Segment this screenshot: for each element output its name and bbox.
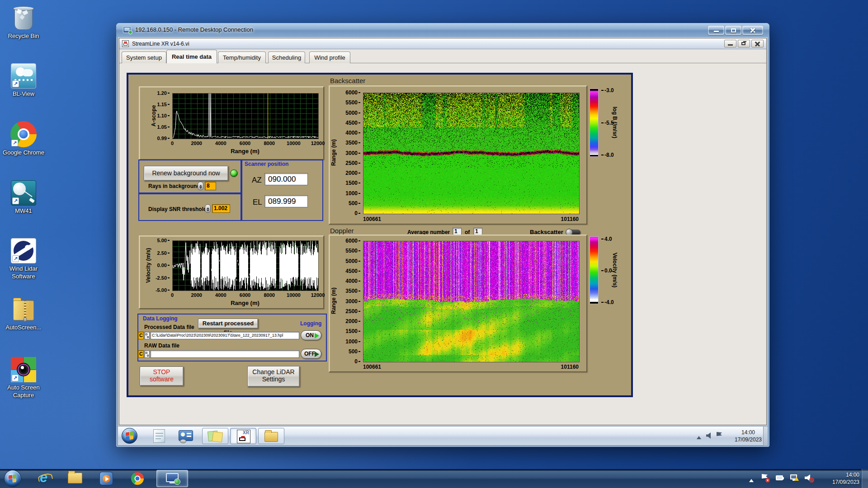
doppler-colorbar	[590, 236, 599, 304]
remote-sticky-notes-button[interactable]	[202, 428, 228, 444]
windows-logo-icon	[9, 474, 16, 483]
x-tick-label: 8000	[264, 141, 274, 146]
rdp-icon	[123, 26, 131, 33]
minimize-icon	[714, 31, 719, 32]
a-scope-graph: A-scope Range (m) 1.201.151.101.050.9902…	[139, 86, 324, 160]
scanner-position-group	[241, 160, 323, 221]
doppler-graph: Range (m) 100661 101160 6000550050004500…	[329, 235, 587, 372]
tab-real-time-data[interactable]: Real time data	[166, 50, 217, 63]
backscatter-x-start: 100661	[363, 216, 381, 222]
snr-spinner[interactable]	[205, 204, 211, 213]
y-tick-label: 2000	[338, 170, 360, 176]
app-restore-button[interactable]	[738, 40, 750, 47]
backscatter-heatmap-canvas	[363, 93, 580, 214]
remote-notepad-icon[interactable]	[153, 429, 165, 443]
desktop-icon-mw41[interactable]: ↗ MW41	[0, 180, 47, 215]
app-title-bar[interactable]: StreamLine XR v14-6.vi	[119, 38, 766, 49]
app-minimize-button[interactable]	[724, 40, 736, 47]
recycle-bin-icon	[13, 5, 34, 31]
taskbar: e x	[0, 469, 868, 488]
backscatter-y-axis-label: Range (m)	[330, 117, 337, 189]
raw-logging-off-button[interactable]: OFF	[301, 349, 321, 359]
y-tick-label: 3500	[338, 140, 360, 146]
remote-explorer-button[interactable]	[258, 428, 284, 444]
path-type-icon	[144, 332, 150, 339]
show-desktop-button[interactable]	[861, 469, 868, 488]
rdp-maximize-button[interactable]	[725, 26, 741, 35]
led-arrow-icon	[315, 352, 319, 357]
taskbar-media-player-icon[interactable]	[99, 472, 113, 485]
rdp-minimize-button[interactable]	[708, 26, 724, 35]
taskbar-internet-explorer-icon[interactable]: e	[37, 471, 53, 486]
rdp-window-title: 192.168.0.150 - Remote Desktop Connectio…	[135, 26, 253, 33]
remote-show-desktop-button[interactable]	[763, 427, 768, 446]
app-window: StreamLine XR v14-6.vi System setup Real…	[119, 38, 767, 425]
x-tick-label: 6000	[240, 141, 250, 146]
spinner-up-icon	[207, 206, 209, 209]
backscatter-colorbar-label: log B (/m/sr)	[612, 88, 618, 157]
restart-processed-file-button[interactable]: Restart processed file	[198, 319, 258, 328]
processed-logging-on-button[interactable]: ON	[301, 330, 321, 340]
desktop-icon-label: Recycle Bin	[0, 32, 47, 40]
x-tick-label: 10000	[287, 141, 301, 146]
doppler-colorbar-label: Velocity (m/s)	[612, 236, 618, 304]
remote-action-center-flag-icon[interactable]	[717, 432, 722, 436]
zip-folder-icon	[12, 297, 35, 322]
renew-background-button[interactable]: Renew background now	[144, 166, 228, 181]
desktop-icon-recycle-bin[interactable]: Recycle Bin	[0, 5, 47, 40]
rays-value-field[interactable]: 8	[205, 182, 216, 190]
remote-start-button[interactable]	[122, 428, 137, 444]
taskbar-chrome-icon[interactable]	[131, 472, 144, 485]
raw-drive-letter[interactable]: C	[138, 350, 144, 358]
remote-taskbar: XR 14:00 17/09/2023	[118, 426, 768, 445]
tray-expand-icon[interactable]	[749, 477, 754, 482]
taskbar-explorer-icon[interactable]	[68, 473, 82, 483]
backscatter-graph: Range (m) 100661 101160 6000550050004500…	[329, 85, 587, 225]
start-button[interactable]	[4, 470, 21, 487]
stop-software-button[interactable]: STOPsoftware	[140, 366, 184, 386]
processed-data-file-label: Processed Data file	[144, 324, 194, 330]
remote-streamline-xr-button[interactable]: XR	[230, 428, 256, 444]
y-tick-label: 4000	[338, 130, 360, 136]
mw41-radiosonde-icon: ↗	[11, 180, 36, 206]
remote-tray-expand-icon[interactable]	[697, 434, 701, 439]
processed-data-file-path[interactable]: C:\Lidar\Data\Proc\2023\202309\20230917\…	[150, 332, 299, 339]
tray-battery-icon[interactable]	[776, 475, 783, 480]
app-close-button[interactable]	[751, 40, 764, 47]
backscatter-title: Backscatter	[330, 77, 365, 84]
doppler-x-end: 101160	[542, 364, 579, 370]
desktop-icon-autoscreen-zip[interactable]: AutoScreen...	[0, 297, 47, 331]
tab-temp-humidity[interactable]: Temp/humidity	[218, 52, 266, 63]
backscatter-colorbar	[590, 89, 599, 157]
tray-network-icon[interactable]	[790, 474, 797, 479]
windows-logo-icon	[126, 432, 133, 440]
tab-scheduling[interactable]: Scheduling	[268, 52, 305, 63]
raw-data-file-path[interactable]	[150, 350, 299, 358]
taskbar-rdp-button-active[interactable]	[156, 470, 188, 487]
y-tick-label: 6000	[338, 238, 360, 244]
tab-system-setup[interactable]: System setup	[122, 52, 166, 63]
rays-spinner[interactable]	[198, 182, 203, 190]
bl-view-icon: ↗	[11, 63, 36, 89]
desktop-icon-label: BL-View	[0, 90, 47, 98]
snr-value-field[interactable]: 1.002	[212, 204, 230, 213]
rdp-close-button[interactable]	[742, 26, 763, 35]
auto-screen-capture-icon: ↗	[11, 357, 36, 382]
y-tick-label: 1.10	[149, 113, 170, 118]
change-lidar-settings-button[interactable]: Change LiDARSettings	[247, 366, 300, 387]
velocity-plot-canvas	[172, 240, 319, 291]
taskbar-clock[interactable]: 14:00 17/09/2023	[821, 471, 859, 486]
desktop-icon-bl-view[interactable]: ↗ BL-View	[0, 63, 47, 98]
remote-control-panel-icon[interactable]	[179, 430, 193, 441]
tab-strip: System setup Real time data Temp/humidit…	[119, 50, 766, 63]
processed-drive-letter[interactable]: C	[138, 332, 144, 339]
desktop-icon-label: MW41	[0, 207, 47, 215]
desktop-icon-auto-screen-capture[interactable]: ↗ Auto Screen Capture	[0, 357, 47, 399]
minimize-icon	[728, 44, 733, 46]
rdp-title-bar[interactable]: 192.168.0.150 - Remote Desktop Connectio…	[116, 23, 769, 37]
desktop-icon-wind-lidar-software[interactable]: ↗ Wind Lidar Software	[0, 238, 47, 280]
desktop-icon-label: AutoScreen...	[0, 324, 47, 331]
tab-wind-profile[interactable]: Wind profile	[309, 52, 350, 63]
remote-speaker-icon[interactable]	[706, 432, 711, 439]
desktop-icon-google-chrome[interactable]: ↗ Google Chrome	[0, 121, 47, 156]
